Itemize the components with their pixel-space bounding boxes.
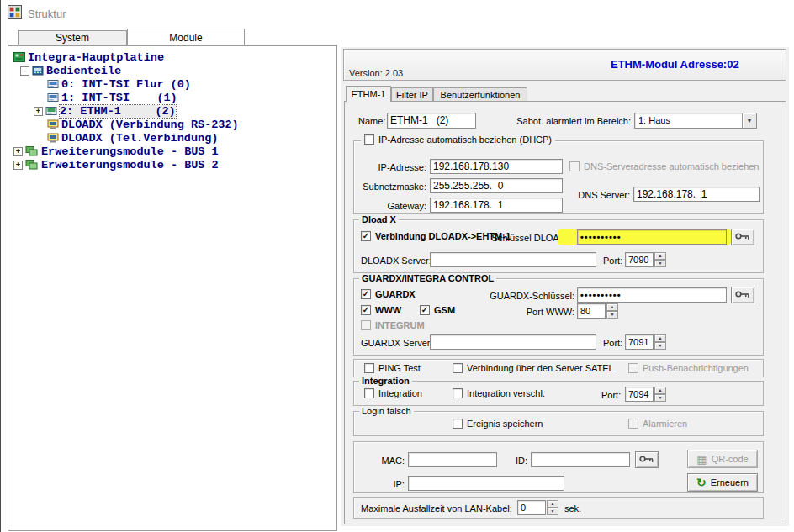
- dns-server-input[interactable]: 192.168.178. 1: [633, 187, 760, 202]
- ping-test-checkbox[interactable]: PING Test: [364, 363, 421, 373]
- guardx-port-label: Port:: [603, 338, 622, 348]
- www-checkbox[interactable]: ✓ WWW: [361, 305, 401, 315]
- checkbox-box[interactable]: [453, 419, 463, 429]
- qr-code-label: QR-code: [712, 454, 749, 464]
- name-input[interactable]: ETHM-1 (2): [387, 113, 476, 129]
- tree-item-label-selected: 2: ETHM-1 (2): [60, 105, 176, 118]
- guardx-key-reveal-button[interactable]: [731, 287, 754, 303]
- integration-encrypt-checkbox[interactable]: Integration verschl.: [453, 388, 545, 398]
- checkbox-box[interactable]: ✓: [361, 305, 371, 315]
- guardx-checkbox[interactable]: ✓ GUARDX: [361, 289, 416, 299]
- dloadx-group-caption: Dload X: [359, 214, 399, 224]
- spin-up-icon[interactable]: ▲: [654, 387, 666, 394]
- id-input[interactable]: [531, 452, 630, 467]
- satel-server-checkbox[interactable]: Verbindung über den Server SATEL: [453, 363, 614, 373]
- save-event-checkbox[interactable]: Ereignis speichern: [453, 419, 543, 429]
- tree-item-bedienteile[interactable]: - Bedienteile: [8, 64, 336, 77]
- subnet-input[interactable]: 255.255.255. 0: [430, 178, 563, 193]
- tree-item-label: DLOADX (Tel.Verbindung): [61, 132, 218, 145]
- ip-input[interactable]: [408, 476, 564, 491]
- tree-item-ethm-1[interactable]: + 2: ETHM-1 (2): [8, 104, 336, 118]
- dhcp-checkbox-label: IP-Adresse automatisch beziehen (DHCP): [378, 134, 552, 145]
- spin-down-icon[interactable]: ▼: [547, 508, 558, 515]
- tree-item-label: Erweiterungsmodule - BUS 2: [41, 159, 219, 171]
- checkbox-box[interactable]: [364, 388, 374, 398]
- tree-item-mainboard[interactable]: Integra-Hauptplatine: [8, 50, 336, 64]
- dloadx-key-reveal-button[interactable]: [731, 229, 754, 245]
- network-info-group: MAC: ID: ▦ QR-code IP: ↻ Erneuern: [353, 441, 764, 493]
- struktur-window: Struktur System Module Integra-Hauptplat…: [0, 0, 794, 532]
- tree-item-label: 1: INT-TSI (1): [61, 92, 177, 104]
- tab-module[interactable]: Module: [127, 29, 245, 45]
- expander-modules-icon: [25, 145, 39, 157]
- ip-address-input[interactable]: 192.168.178.130: [430, 159, 563, 174]
- key-icon: [735, 232, 750, 242]
- checkbox-box[interactable]: [364, 363, 374, 373]
- checkbox-box[interactable]: ✓: [420, 305, 430, 315]
- www-label: WWW: [375, 305, 401, 315]
- dloadx-port-input[interactable]: 7090: [625, 252, 654, 267]
- dhcp-checkbox[interactable]: IP-Adresse automatisch beziehen (DHCP): [361, 134, 555, 145]
- dhcp-group: IP-Adresse automatisch beziehen (DHCP) I…: [353, 140, 764, 214]
- dloadx-port-label: Port:: [603, 255, 622, 266]
- spin-down-icon[interactable]: ▼: [654, 342, 666, 350]
- lan-timeout-input[interactable]: 0: [517, 500, 546, 515]
- ping-test-label: PING Test: [378, 363, 421, 373]
- gsm-checkbox[interactable]: ✓ GSM: [420, 305, 455, 315]
- expand-icon[interactable]: +: [13, 161, 23, 170]
- checkbox-box[interactable]: ✓: [361, 231, 371, 241]
- spin-down-icon[interactable]: ▼: [606, 311, 618, 319]
- renew-button[interactable]: ↻ Erneuern: [687, 473, 758, 492]
- tree-item-bus1[interactable]: + Erweiterungsmodule - BUS 1: [8, 145, 336, 158]
- integration-port-input[interactable]: 7094: [625, 387, 654, 402]
- integration-group: Integration Integration Integration vers…: [353, 381, 764, 406]
- spin-down-icon[interactable]: ▼: [654, 260, 666, 267]
- tab-filter-ip[interactable]: Filter IP: [391, 87, 433, 101]
- module-header: ETHM-Modul Adresse:02 Version: 2.03: [343, 49, 786, 81]
- tree-item-int-tsi-0[interactable]: 0: INT-TSI Flur (0): [8, 77, 336, 91]
- guardx-server-input[interactable]: [430, 334, 596, 350]
- tree-item-int-tsi-1[interactable]: 1: INT-TSI (1): [8, 91, 336, 104]
- chevron-down-icon[interactable]: ▼: [742, 113, 756, 128]
- tree-item-label: DLOADX (Verbindung RS-232): [61, 119, 239, 131]
- dloadx-group: Dload X ✓ Verbindung DLOADX->EHTM-1 Schl…: [353, 219, 764, 273]
- sabot-area-select[interactable]: 1: Haus ▼: [634, 113, 757, 129]
- expand-icon[interactable]: +: [13, 147, 23, 156]
- spin-up-icon[interactable]: ▲: [654, 252, 666, 260]
- guardx-key-label: GUARDX-Schlüssel:: [487, 291, 574, 301]
- tree-item-bus2[interactable]: + Erweiterungsmodule - BUS 2: [8, 158, 336, 171]
- id-key-button[interactable]: [635, 451, 659, 468]
- id-label: ID:: [497, 456, 527, 466]
- tab-system-label: System: [56, 32, 89, 44]
- spin-up-icon[interactable]: ▲: [606, 303, 618, 311]
- ip-label: IP:: [363, 479, 405, 489]
- guardx-port-spinner: 7091 ▲ ▼: [625, 334, 666, 350]
- guardx-port-input[interactable]: 7091: [625, 334, 654, 350]
- tab-system[interactable]: System: [18, 30, 127, 45]
- mac-input[interactable]: [408, 452, 497, 467]
- collapse-icon[interactable]: -: [20, 66, 29, 76]
- title-bar: Struktur: [1, 0, 794, 25]
- checkbox-box[interactable]: [453, 388, 463, 398]
- tree-item-dloadx-tel[interactable]: DLOADX (Tel.Verbindung): [8, 131, 336, 145]
- spin-up-icon[interactable]: ▲: [654, 334, 666, 342]
- tree-item-dloadx-rs232[interactable]: DLOADX (Verbindung RS-232): [8, 118, 336, 131]
- integration-checkbox[interactable]: Integration: [364, 388, 422, 398]
- expand-icon[interactable]: +: [34, 107, 43, 116]
- checkbox-box[interactable]: [453, 363, 463, 373]
- dloadx-server-input[interactable]: [430, 252, 596, 267]
- tab-ethm-1[interactable]: ETHM-1: [346, 86, 391, 102]
- dns-server-label: DNS Server:: [548, 190, 630, 200]
- port-www-input[interactable]: 80: [577, 303, 606, 319]
- module-title: ETHM-Modul Adresse:02: [611, 58, 739, 71]
- spin-up-icon[interactable]: ▲: [547, 500, 558, 508]
- guardx-key-input[interactable]: ••••••••••: [577, 287, 727, 303]
- checkbox-box[interactable]: ✓: [361, 289, 371, 299]
- spin-down-icon[interactable]: ▼: [654, 394, 666, 402]
- alarm-checkbox: Alarmieren: [628, 419, 687, 429]
- tab-benutzerfunktionen[interactable]: Benutzerfunktionen: [433, 87, 527, 101]
- dloadx-key-input[interactable]: ••••••••••: [577, 229, 727, 245]
- integrum-checkbox: INTEGRUM: [361, 320, 425, 330]
- gateway-input[interactable]: 192.168.178. 1: [430, 198, 563, 213]
- checkbox-box[interactable]: [364, 134, 374, 145]
